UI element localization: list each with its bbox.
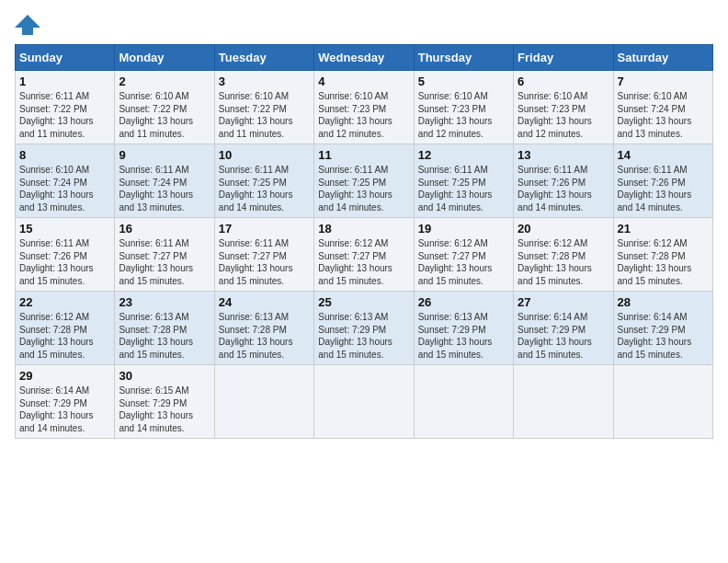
day-detail: Sunrise: 6:13 AMSunset: 7:28 PMDaylight:… <box>219 311 310 361</box>
calendar-cell: 19Sunrise: 6:12 AMSunset: 7:27 PMDayligh… <box>414 218 513 292</box>
day-detail: Sunrise: 6:10 AMSunset: 7:22 PMDaylight:… <box>119 90 210 140</box>
day-number: 25 <box>318 295 409 309</box>
calendar-header: SundayMondayTuesdayWednesdayThursdayFrid… <box>16 45 713 71</box>
day-detail: Sunrise: 6:11 AMSunset: 7:24 PMDaylight:… <box>119 164 210 213</box>
calendar-cell: 29Sunrise: 6:14 AMSunset: 7:29 PMDayligh… <box>16 365 115 439</box>
header-thursday: Thursday <box>414 45 513 71</box>
day-number: 19 <box>418 222 509 236</box>
day-detail: Sunrise: 6:12 AMSunset: 7:28 PMDaylight:… <box>618 237 709 287</box>
page-header <box>15 15 713 35</box>
calendar-body: 1Sunrise: 6:11 AMSunset: 7:22 PMDaylight… <box>16 71 713 439</box>
day-number: 30 <box>119 369 210 383</box>
day-detail: Sunrise: 6:11 AMSunset: 7:22 PMDaylight:… <box>19 90 110 140</box>
day-number: 24 <box>219 295 310 309</box>
calendar-cell <box>214 365 313 439</box>
day-detail: Sunrise: 6:11 AMSunset: 7:26 PMDaylight:… <box>19 237 110 287</box>
day-detail: Sunrise: 6:10 AMSunset: 7:22 PMDaylight:… <box>219 90 310 140</box>
day-detail: Sunrise: 6:11 AMSunset: 7:25 PMDaylight:… <box>219 164 310 213</box>
calendar-cell: 21Sunrise: 6:12 AMSunset: 7:28 PMDayligh… <box>613 218 712 292</box>
day-number: 2 <box>119 75 210 88</box>
day-detail: Sunrise: 6:10 AMSunset: 7:24 PMDaylight:… <box>618 90 709 140</box>
calendar-cell: 17Sunrise: 6:11 AMSunset: 7:27 PMDayligh… <box>214 218 313 292</box>
day-number: 10 <box>219 148 310 162</box>
calendar-cell <box>613 365 712 439</box>
week-row-4: 22Sunrise: 6:12 AMSunset: 7:28 PMDayligh… <box>16 292 713 365</box>
calendar-cell: 13Sunrise: 6:11 AMSunset: 7:26 PMDayligh… <box>514 144 613 218</box>
header-wednesday: Wednesday <box>314 45 414 71</box>
day-detail: Sunrise: 6:10 AMSunset: 7:23 PMDaylight:… <box>318 90 409 140</box>
day-number: 7 <box>618 75 709 88</box>
calendar-cell: 23Sunrise: 6:13 AMSunset: 7:28 PMDayligh… <box>115 292 214 365</box>
day-detail: Sunrise: 6:13 AMSunset: 7:29 PMDaylight:… <box>318 311 409 361</box>
logo <box>15 15 44 35</box>
day-number: 6 <box>518 75 609 88</box>
day-detail: Sunrise: 6:12 AMSunset: 7:28 PMDaylight:… <box>518 237 609 287</box>
calendar-cell: 10Sunrise: 6:11 AMSunset: 7:25 PMDayligh… <box>214 144 313 218</box>
day-number: 11 <box>318 148 409 162</box>
day-number: 15 <box>19 222 110 236</box>
calendar-cell: 2Sunrise: 6:10 AMSunset: 7:22 PMDaylight… <box>115 71 214 144</box>
day-detail: Sunrise: 6:14 AMSunset: 7:29 PMDaylight:… <box>19 385 110 434</box>
svg-marker-0 <box>15 15 40 35</box>
day-number: 18 <box>318 222 409 236</box>
day-detail: Sunrise: 6:11 AMSunset: 7:26 PMDaylight:… <box>518 164 609 213</box>
day-number: 12 <box>418 148 509 162</box>
day-detail: Sunrise: 6:11 AMSunset: 7:27 PMDaylight:… <box>119 237 210 287</box>
day-detail: Sunrise: 6:12 AMSunset: 7:27 PMDaylight:… <box>318 237 409 287</box>
calendar-cell: 18Sunrise: 6:12 AMSunset: 7:27 PMDayligh… <box>314 218 414 292</box>
header-friday: Friday <box>514 45 613 71</box>
calendar-cell: 27Sunrise: 6:14 AMSunset: 7:29 PMDayligh… <box>514 292 613 365</box>
day-detail: Sunrise: 6:10 AMSunset: 7:24 PMDaylight:… <box>19 164 110 213</box>
day-number: 3 <box>219 75 310 88</box>
day-number: 16 <box>119 222 210 236</box>
header-sunday: Sunday <box>16 45 115 71</box>
calendar-cell: 25Sunrise: 6:13 AMSunset: 7:29 PMDayligh… <box>314 292 414 365</box>
day-number: 28 <box>618 295 709 309</box>
calendar-cell: 1Sunrise: 6:11 AMSunset: 7:22 PMDaylight… <box>16 71 115 144</box>
calendar-cell: 3Sunrise: 6:10 AMSunset: 7:22 PMDaylight… <box>214 71 313 144</box>
day-number: 29 <box>19 369 110 383</box>
day-detail: Sunrise: 6:11 AMSunset: 7:25 PMDaylight:… <box>318 164 409 213</box>
calendar-cell: 16Sunrise: 6:11 AMSunset: 7:27 PMDayligh… <box>115 218 214 292</box>
calendar-cell: 7Sunrise: 6:10 AMSunset: 7:24 PMDaylight… <box>613 71 712 144</box>
day-detail: Sunrise: 6:12 AMSunset: 7:27 PMDaylight:… <box>418 237 509 287</box>
header-tuesday: Tuesday <box>214 45 313 71</box>
day-detail: Sunrise: 6:11 AMSunset: 7:25 PMDaylight:… <box>418 164 509 213</box>
calendar-cell: 28Sunrise: 6:14 AMSunset: 7:29 PMDayligh… <box>613 292 712 365</box>
calendar-cell: 14Sunrise: 6:11 AMSunset: 7:26 PMDayligh… <box>613 144 712 218</box>
day-detail: Sunrise: 6:12 AMSunset: 7:28 PMDaylight:… <box>19 311 110 361</box>
calendar-cell: 11Sunrise: 6:11 AMSunset: 7:25 PMDayligh… <box>314 144 414 218</box>
calendar-cell: 12Sunrise: 6:11 AMSunset: 7:25 PMDayligh… <box>414 144 513 218</box>
day-number: 22 <box>19 295 110 309</box>
day-number: 1 <box>19 75 110 88</box>
calendar-cell <box>414 365 513 439</box>
day-number: 13 <box>518 148 609 162</box>
calendar-cell: 24Sunrise: 6:13 AMSunset: 7:28 PMDayligh… <box>214 292 313 365</box>
day-number: 5 <box>418 75 509 88</box>
day-number: 27 <box>518 295 609 309</box>
header-monday: Monday <box>115 45 214 71</box>
day-number: 4 <box>318 75 409 88</box>
day-number: 20 <box>518 222 609 236</box>
calendar-cell <box>514 365 613 439</box>
calendar-cell: 22Sunrise: 6:12 AMSunset: 7:28 PMDayligh… <box>16 292 115 365</box>
calendar-cell: 4Sunrise: 6:10 AMSunset: 7:23 PMDaylight… <box>314 71 414 144</box>
day-detail: Sunrise: 6:14 AMSunset: 7:29 PMDaylight:… <box>518 311 609 361</box>
calendar-table: SundayMondayTuesdayWednesdayThursdayFrid… <box>15 44 713 439</box>
day-number: 14 <box>618 148 709 162</box>
logo-icon <box>15 15 40 35</box>
day-number: 26 <box>418 295 509 309</box>
header-row: SundayMondayTuesdayWednesdayThursdayFrid… <box>16 45 713 71</box>
calendar-cell: 6Sunrise: 6:10 AMSunset: 7:23 PMDaylight… <box>514 71 613 144</box>
week-row-1: 1Sunrise: 6:11 AMSunset: 7:22 PMDaylight… <box>16 71 713 144</box>
week-row-3: 15Sunrise: 6:11 AMSunset: 7:26 PMDayligh… <box>16 218 713 292</box>
week-row-5: 29Sunrise: 6:14 AMSunset: 7:29 PMDayligh… <box>16 365 713 439</box>
day-detail: Sunrise: 6:13 AMSunset: 7:29 PMDaylight:… <box>418 311 509 361</box>
day-detail: Sunrise: 6:15 AMSunset: 7:29 PMDaylight:… <box>119 385 210 434</box>
day-number: 21 <box>618 222 709 236</box>
header-saturday: Saturday <box>613 45 712 71</box>
calendar-cell: 20Sunrise: 6:12 AMSunset: 7:28 PMDayligh… <box>514 218 613 292</box>
calendar-cell: 30Sunrise: 6:15 AMSunset: 7:29 PMDayligh… <box>115 365 214 439</box>
calendar-cell: 9Sunrise: 6:11 AMSunset: 7:24 PMDaylight… <box>115 144 214 218</box>
calendar-cell: 15Sunrise: 6:11 AMSunset: 7:26 PMDayligh… <box>16 218 115 292</box>
